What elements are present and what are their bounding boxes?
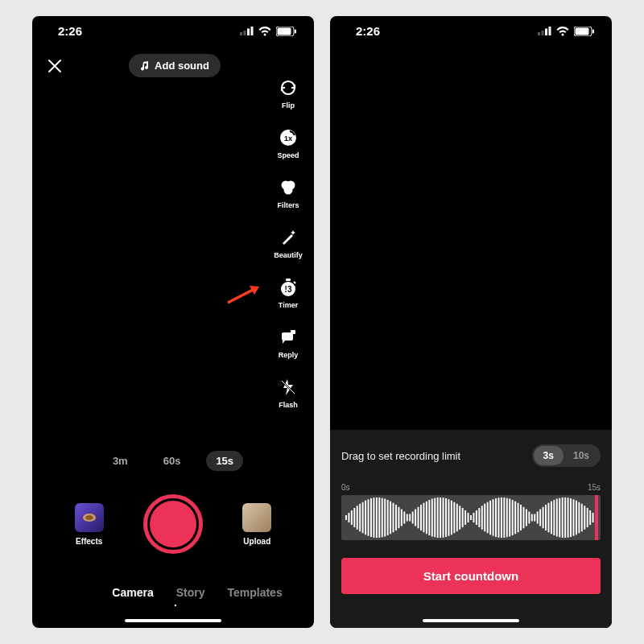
svg-rect-13 <box>286 279 291 281</box>
waveform-icon <box>345 495 597 540</box>
speed-label: Speed <box>277 151 299 159</box>
svg-text:1x: 1x <box>284 134 292 142</box>
svg-rect-3 <box>251 27 254 35</box>
speed-icon: 1x <box>278 127 299 148</box>
upload-thumbnail-icon <box>242 503 271 532</box>
status-indicators <box>538 27 594 36</box>
svg-rect-16 <box>291 330 295 334</box>
svg-rect-22 <box>549 27 551 35</box>
record-screen: 2:26 Add sound Flip 1x Speed Filters <box>32 16 314 628</box>
timer-sheet-screen: 2:26 Drag to set recording limit 3s 10s … <box>330 16 612 628</box>
flip-tool[interactable]: Flip <box>270 77 306 109</box>
wifi-icon <box>258 27 271 36</box>
flip-label: Flip <box>282 101 295 109</box>
home-indicator[interactable] <box>125 619 221 622</box>
reply-icon <box>278 327 299 348</box>
effects-icon <box>75 503 104 532</box>
right-toolbar: Flip 1x Speed Filters Beautify !3 Timer … <box>270 77 306 409</box>
speed-tool[interactable]: 1x Speed <box>270 127 306 159</box>
record-button[interactable] <box>143 494 203 554</box>
flip-icon <box>278 77 299 98</box>
start-countdown-button[interactable]: Start countdown <box>341 558 601 594</box>
svg-rect-6 <box>295 29 296 33</box>
add-sound-label: Add sound <box>155 60 209 72</box>
music-note-icon <box>140 61 150 71</box>
filters-label: Filters <box>277 201 299 209</box>
mode-story[interactable]: Story <box>176 586 205 599</box>
add-sound-button[interactable]: Add sound <box>129 54 221 77</box>
svg-rect-21 <box>545 29 547 36</box>
mode-camera[interactable]: Camera <box>112 586 153 599</box>
countdown-10s[interactable]: 10s <box>564 446 599 465</box>
status-time: 2:26 <box>356 24 380 38</box>
timer-bottom-sheet: Drag to set recording limit 3s 10s 0s 15… <box>330 430 612 628</box>
upload-label: Upload <box>243 537 270 546</box>
time-end-label: 15s <box>588 483 601 492</box>
signal-icon <box>538 27 551 35</box>
svg-point-18 <box>85 515 93 520</box>
filters-icon <box>278 177 299 198</box>
battery-icon <box>276 27 296 36</box>
filters-tool[interactable]: Filters <box>270 177 306 209</box>
svg-rect-5 <box>278 27 291 35</box>
flash-off-icon <box>278 377 299 398</box>
svg-rect-20 <box>542 31 544 35</box>
effects-label: Effects <box>76 537 102 546</box>
timer-label: Timer <box>279 301 298 309</box>
battery-icon <box>574 27 594 36</box>
reply-tool[interactable]: Reply <box>270 327 306 359</box>
svg-rect-24 <box>576 27 589 35</box>
timer-tool[interactable]: !3 Timer <box>270 277 306 309</box>
duration-15s[interactable]: 15s <box>206 451 243 471</box>
svg-rect-1 <box>244 31 246 35</box>
countdown-segmented: 3s 10s <box>532 444 601 467</box>
wifi-icon <box>556 27 569 36</box>
svg-rect-25 <box>592 29 594 33</box>
flash-label: Flash <box>279 401 298 409</box>
status-bar: 2:26 <box>330 16 612 41</box>
duration-3m[interactable]: 3m <box>103 451 138 471</box>
mode-indicator-dot: • <box>32 601 314 609</box>
countdown-3s[interactable]: 3s <box>534 446 564 465</box>
flash-tool[interactable]: Flash <box>270 377 306 409</box>
svg-rect-19 <box>538 32 540 35</box>
reply-label: Reply <box>279 351 299 359</box>
record-inner-icon <box>150 501 196 547</box>
status-indicators <box>240 27 296 36</box>
beautify-label: Beautify <box>274 251 303 259</box>
time-start-label: 0s <box>341 483 350 492</box>
svg-text:!3: !3 <box>285 285 292 294</box>
status-time: 2:26 <box>58 24 82 38</box>
svg-point-11 <box>284 186 293 195</box>
duration-selector: 3m 60s 15s <box>32 451 314 471</box>
recording-limit-handle[interactable] <box>595 495 598 540</box>
home-indicator[interactable] <box>423 619 519 622</box>
signal-icon <box>240 27 254 35</box>
timer-icon: !3 <box>278 277 299 298</box>
beautify-icon <box>278 227 299 248</box>
mode-templates[interactable]: Templates <box>227 586 282 599</box>
mode-selector: Camera Story Templates <box>32 586 314 599</box>
svg-rect-2 <box>247 29 250 36</box>
svg-rect-0 <box>240 32 242 35</box>
drag-instruction: Drag to set recording limit <box>341 450 460 462</box>
beautify-tool[interactable]: Beautify <box>270 227 306 259</box>
callout-arrow-icon <box>224 282 264 306</box>
duration-60s[interactable]: 60s <box>154 451 191 471</box>
close-icon[interactable] <box>47 58 63 74</box>
upload-button[interactable]: Upload <box>242 503 271 546</box>
waveform-track[interactable] <box>341 495 601 540</box>
effects-button[interactable]: Effects <box>75 503 104 546</box>
status-bar: 2:26 <box>32 16 314 41</box>
